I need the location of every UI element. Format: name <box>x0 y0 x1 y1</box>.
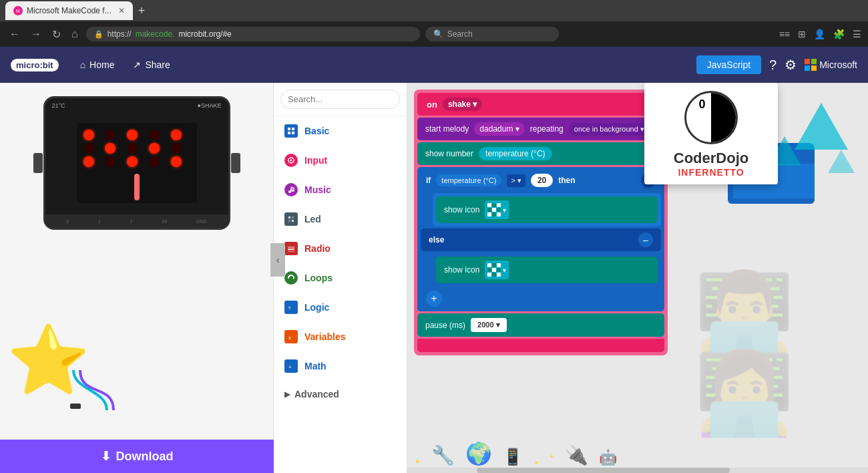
home-button[interactable]: ⌂ Home <box>72 55 123 74</box>
svg-rect-13 <box>288 220 290 222</box>
button-a[interactable] <box>33 153 43 173</box>
led-2-4 <box>171 156 182 167</box>
operator-dropdown[interactable]: > ▾ <box>507 174 525 187</box>
url-accent: makecode. <box>136 29 175 39</box>
device-temp-label: 21°C <box>52 102 65 109</box>
category-item-input[interactable]: Input <box>274 146 407 175</box>
search-placeholder: Search <box>447 29 473 39</box>
browser-chrome: M Microsoft MakeCode f... ✕ + ← → ↻ ⌂ 🔒 … <box>0 0 868 47</box>
url-box[interactable]: 🔒 https:// makecode. microbit.org/#e <box>86 27 420 41</box>
makecode-header: micro:bit ⌂ Home ↗ Share JavaScript ? ⚙ <box>0 47 868 83</box>
category-item-loops[interactable]: Loops <box>274 263 407 293</box>
active-tab[interactable]: M Microsoft MakeCode f... ✕ <box>5 1 133 20</box>
sidebar-icon[interactable]: ⊞ <box>798 29 806 39</box>
button-b[interactable] <box>231 153 240 173</box>
melody-name-dropdown[interactable]: dadadum ▾ <box>474 122 524 136</box>
pin-gnd: GND <box>196 219 207 224</box>
reload-button[interactable]: ↻ <box>49 27 63 42</box>
deco-robot: 🤖 <box>599 449 617 466</box>
pause-label: pause (ms) <box>425 321 465 330</box>
icon-grid-2-display <box>487 263 501 277</box>
address-bar: ← → ↻ ⌂ 🔒 https:// makecode. microbit.or… <box>0 21 868 47</box>
led-0-3 <box>149 130 160 140</box>
category-label-music: Music <box>304 184 331 195</box>
category-item-basic[interactable]: Basic <box>274 116 407 146</box>
home-label: Home <box>89 59 114 70</box>
home-button[interactable]: ⌂ <box>69 27 81 41</box>
extensions-icon[interactable]: 🧩 <box>833 29 845 39</box>
forward-button[interactable]: → <box>28 27 44 41</box>
svg-rect-0 <box>70 404 81 409</box>
start-melody-block: start melody dadadum ▾ repeating once in… <box>417 118 664 140</box>
search-icon: 🔍 <box>433 29 443 39</box>
download-icon: ⬇ <box>101 449 111 464</box>
settings-button[interactable]: ⚙ <box>785 57 797 73</box>
header-right: JavaScript ? ⚙ Microsoft <box>696 55 857 74</box>
menu-icon[interactable]: ☰ <box>853 29 861 39</box>
shake-dropdown[interactable]: shake ▾ <box>443 98 482 111</box>
led-icon <box>284 212 298 226</box>
yin-yang-symbol: 0 1 <box>684 91 738 144</box>
icon-grid-2[interactable]: ▾ <box>485 261 509 279</box>
category-item-advanced[interactable]: ▶ Advanced <box>274 381 407 408</box>
category-label-radio: Radio <box>304 243 331 254</box>
category-item-led[interactable]: Led <box>274 204 407 234</box>
icon-grid-1[interactable]: ▾ <box>485 200 509 219</box>
category-item-math[interactable]: + Math <box>274 351 407 381</box>
main-content: 21°C ●SHAKE <box>0 83 868 473</box>
category-item-music[interactable]: Music <box>274 175 407 204</box>
back-button[interactable]: ← <box>7 27 23 41</box>
category-search-input[interactable] <box>280 90 400 109</box>
music-icon <box>284 183 298 196</box>
share-button[interactable]: ↗ Share <box>125 55 178 74</box>
category-panel: Basic Input Music <box>274 83 407 473</box>
javascript-toggle[interactable]: JavaScript <box>696 55 761 74</box>
collapse-panel-button[interactable]: ‹ <box>270 243 285 277</box>
firefox-search[interactable]: 🔍 Search <box>425 27 559 41</box>
category-label-variables: Variables <box>304 331 346 342</box>
code-panel[interactable]: on start on shake ▾ start melody dadadum… <box>407 83 868 473</box>
svg-text:x: x <box>288 335 291 341</box>
svg-rect-14 <box>292 220 294 222</box>
tab-favicon: M <box>13 6 23 15</box>
horizontal-scrollbar-track[interactable] <box>407 468 868 473</box>
show-icon-1-label: show icon <box>444 205 479 214</box>
device-shake-label: ●SHAKE <box>198 102 222 109</box>
else-remove-button[interactable]: – <box>638 232 653 247</box>
category-item-variables[interactable]: x Variables <box>274 322 407 351</box>
yin-yang-one: 1 <box>699 126 706 140</box>
category-item-logic[interactable]: ? Logic <box>274 293 407 322</box>
simulator-panel: 21°C ●SHAKE <box>0 83 274 473</box>
home-icon: ⌂ <box>80 59 85 70</box>
category-list: Basic Input Music <box>274 116 407 473</box>
bookmarks-icon[interactable]: ≡≡ <box>779 29 790 39</box>
share-label: Share <box>145 59 170 70</box>
ms-squares-icon <box>805 59 817 71</box>
background-dropdown[interactable]: once in background ▾ <box>569 123 650 136</box>
microbit-logo: micro:bit <box>11 59 59 71</box>
led-0-4 <box>171 130 182 140</box>
category-item-radio[interactable]: Radio <box>274 234 407 263</box>
deco-star-2: ✦ <box>533 459 539 466</box>
device-screen <box>77 123 197 203</box>
category-search-box <box>274 83 407 116</box>
tab-bar: M Microsoft MakeCode f... ✕ + <box>0 0 868 21</box>
category-label-led: Led <box>304 214 321 224</box>
device-pins: 0 1 2 3V GND <box>45 214 228 228</box>
microsoft-label: Microsoft <box>819 59 857 70</box>
horizontal-scrollbar-thumb[interactable] <box>477 468 730 473</box>
then-label: then <box>558 176 575 185</box>
pause-value-dropdown[interactable]: 2000 ▾ <box>471 318 507 332</box>
account-icon[interactable]: 👤 <box>814 29 825 39</box>
microbit-logo-text: micro:bit <box>16 60 53 70</box>
add-clause-button[interactable]: + <box>426 291 442 307</box>
bottom-decorations: ✦ 🔧 🌍 📱 ✦ ✦ 🔌 🤖 <box>414 441 617 466</box>
tab-close-button[interactable]: ✕ <box>118 6 125 15</box>
new-tab-button[interactable]: + <box>133 4 151 18</box>
if-block: if temperature (°C) > ▾ 20 then – show i… <box>417 167 664 311</box>
download-button[interactable]: ⬇ Download <box>0 440 274 473</box>
help-button[interactable]: ? <box>769 57 777 73</box>
led-0-0 <box>83 130 94 140</box>
deco-earth: 🌍 <box>465 441 492 466</box>
svg-rect-17 <box>288 251 294 252</box>
